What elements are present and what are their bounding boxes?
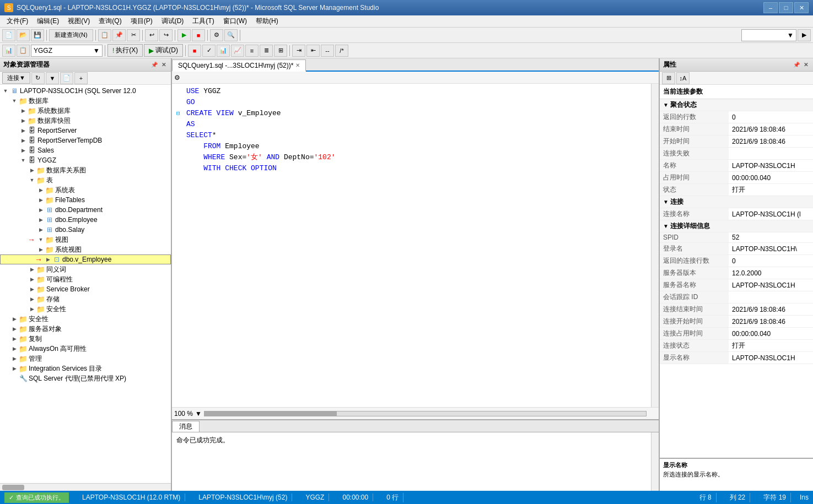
menu-query[interactable]: 查询(Q) (94, 15, 126, 27)
security-top-expand-icon[interactable]: ▶ (10, 315, 19, 323)
oe-new-btn[interactable]: + (74, 72, 88, 84)
salay-expand-icon[interactable]: ▶ (36, 225, 45, 234)
results-btn2[interactable]: ≣ (260, 45, 273, 57)
save-btn[interactable]: 💾 (31, 29, 44, 41)
tree-service-broker[interactable]: ▶ 📁 Service Broker (0, 284, 171, 294)
v-emp-expand-icon[interactable]: ▶ (44, 255, 52, 264)
menu-project[interactable]: 项目(P) (126, 15, 157, 27)
menu-view[interactable]: 视图(V) (63, 15, 94, 27)
views-expand-icon[interactable]: ▼ (36, 235, 45, 244)
tree-system-views[interactable]: ▶ 📁 系统视图 (0, 245, 171, 254)
snapshots-expand-icon[interactable]: ▶ (19, 116, 28, 125)
tree-filetables[interactable]: ▶ 📁 FileTables (0, 195, 171, 205)
oe-pin-icon[interactable]: 📌 (150, 61, 158, 69)
uncomment-btn[interactable]: /* (335, 45, 348, 57)
systables-expand-icon[interactable]: ▶ (36, 186, 45, 194)
paste-btn[interactable]: 📌 (112, 29, 126, 41)
rst-expand-icon[interactable]: ▶ (19, 136, 28, 145)
sales-expand-icon[interactable]: ▶ (19, 146, 28, 155)
zoom-dropdown-icon[interactable]: ▼ (195, 410, 202, 418)
debug-button[interactable]: ▶ 调试(D) (144, 44, 183, 57)
ao-expand-icon[interactable]: ▶ (10, 344, 19, 353)
dbdiag-expand-icon[interactable]: ▶ (28, 166, 36, 175)
tree-yggz[interactable]: ▼ 🗄 YGGZ (0, 155, 171, 165)
tree-security-top[interactable]: ▶ 📁 安全性 (0, 314, 171, 324)
tree-storage[interactable]: ▶ 📁 存储 (0, 294, 171, 304)
minimize-button[interactable]: – (763, 2, 778, 13)
tree-sales[interactable]: ▶ 🗄 Sales (0, 145, 171, 155)
oe-connect-btn[interactable]: 连接▼ (2, 72, 30, 84)
tree-system-tables[interactable]: ▶ 📁 系统表 (0, 185, 171, 195)
search-dropdown[interactable]: ▼ (741, 29, 796, 41)
msg-v-scroll[interactable] (651, 432, 659, 491)
repl-expand-icon[interactable]: ▶ (10, 334, 19, 343)
tree-security-yggz[interactable]: ▶ 📁 安全性 (0, 304, 171, 314)
databases-expand-icon[interactable]: ▼ (10, 96, 19, 105)
aggregate-expand-icon[interactable]: ▼ (663, 102, 669, 108)
actualplan-btn[interactable]: 📈 (231, 45, 244, 57)
oe-horizontal-scroll[interactable] (0, 483, 171, 491)
misc1[interactable]: ⚙ (210, 29, 223, 41)
props-sort-category-btn[interactable]: ⊞ (662, 72, 675, 84)
outdent-btn[interactable]: ⇤ (306, 45, 320, 57)
tree-dbo-salay[interactable]: ▶ ⊞ dbo.Salay (0, 225, 171, 235)
tree-dbo-employee[interactable]: ▶ ⊞ dbo.Employee (0, 215, 171, 225)
oe-filter-btn[interactable]: ▼ (46, 72, 59, 84)
conn-detail-expand-icon[interactable]: ▼ (663, 223, 669, 229)
oe-close-icon[interactable]: ✕ (160, 61, 168, 69)
code-editor[interactable]: USE YGGZ GO ⊟ CREATE VIEW v_Employee (172, 84, 651, 407)
parse-btn[interactable]: ✓ (202, 45, 216, 57)
oe-report-btn[interactable]: 📄 (60, 72, 73, 84)
conn-expand-icon[interactable]: ▼ (663, 199, 669, 205)
comment-btn[interactable]: -- (321, 45, 334, 57)
tree-tables[interactable]: ▼ 📁 表 (0, 175, 171, 185)
is-expand-icon[interactable]: ▶ (10, 364, 19, 373)
storage-expand-icon[interactable]: ▶ (28, 295, 36, 304)
new-query-btn[interactable]: 新建查询(N) (49, 29, 93, 41)
srv-obj-expand-icon[interactable]: ▶ (10, 324, 19, 333)
toolbar2-btn2[interactable]: 📋 (17, 45, 30, 57)
mgmt-expand-icon[interactable]: ▶ (10, 354, 19, 363)
tree-server[interactable]: ▼ 🖥 LAPTOP-N3SLOC1H (SQL Server 12.0 (0, 86, 171, 96)
props-sort-alpha-btn[interactable]: ↕A (676, 72, 690, 84)
prog-expand-icon[interactable]: ▶ (28, 275, 36, 284)
open-btn[interactable]: 📂 (17, 29, 30, 41)
undo-btn[interactable]: ↩ (145, 29, 158, 41)
editor-vertical-scroll[interactable] (651, 84, 659, 407)
menu-edit[interactable]: 编辑(E) (33, 15, 63, 27)
menu-debug[interactable]: 调试(D) (157, 15, 189, 27)
stop-exec-btn[interactable]: ■ (188, 45, 201, 57)
menu-window[interactable]: 窗口(W) (219, 15, 251, 27)
tree-alwayson[interactable]: ▶ 📁 AlwaysOn 高可用性 (0, 344, 171, 354)
query-tab[interactable]: SQLQuery1.sql -...3SLOC1H\myj (52))* ✕ (172, 59, 306, 72)
tree-sql-agent[interactable]: ▶ 🔧 SQL Server 代理(已禁用代理 XP) (0, 373, 171, 383)
tree-views[interactable]: → ▼ 📁 视图 (0, 235, 171, 245)
tree-synonyms[interactable]: ▶ 📁 同义词 (0, 264, 171, 274)
system-dbs-expand-icon[interactable]: ▶ (19, 106, 28, 115)
indent-btn[interactable]: ⇥ (292, 45, 305, 57)
syn-expand-icon[interactable]: ▶ (28, 265, 36, 274)
filetables-expand-icon[interactable]: ▶ (36, 196, 45, 204)
cut-btn[interactable]: ✂ (127, 29, 140, 41)
tree-integration-services[interactable]: ▶ 📁 Integration Services 目录 (0, 364, 171, 373)
tree-snapshots[interactable]: ▶ 📁 数据库快照 (0, 116, 171, 126)
tree-programmability[interactable]: ▶ 📁 可编程性 (0, 274, 171, 284)
run-btn[interactable]: ▶ (177, 29, 191, 41)
tables-expand-icon[interactable]: ▼ (28, 176, 36, 185)
tree-replication[interactable]: ▶ 📁 复制 (0, 334, 171, 344)
tree-reportserver-temp[interactable]: ▶ 🗄 ReportServerTempDB (0, 136, 171, 145)
props-close-icon[interactable]: ✕ (802, 61, 810, 69)
menu-help[interactable]: 帮助(H) (251, 15, 283, 27)
close-button[interactable]: ✕ (794, 2, 809, 13)
props-pin-icon[interactable]: 📌 (793, 61, 800, 69)
copy-btn[interactable]: 📋 (98, 29, 111, 41)
tree-dbo-dept[interactable]: ▶ ⊞ dbo.Department (0, 205, 171, 215)
stop-btn[interactable]: ■ (192, 29, 205, 41)
yggz-expand-icon[interactable]: ▼ (19, 156, 28, 165)
tree-system-dbs[interactable]: ▶ 📁 系统数据库 (0, 106, 171, 116)
redo-btn[interactable]: ↪ (159, 29, 173, 41)
rs-expand-icon[interactable]: ▶ (19, 126, 28, 135)
new-btn[interactable]: 📄 (2, 29, 15, 41)
search-go-btn[interactable]: ▶ (798, 29, 811, 41)
menu-file[interactable]: 文件(F) (2, 15, 33, 27)
